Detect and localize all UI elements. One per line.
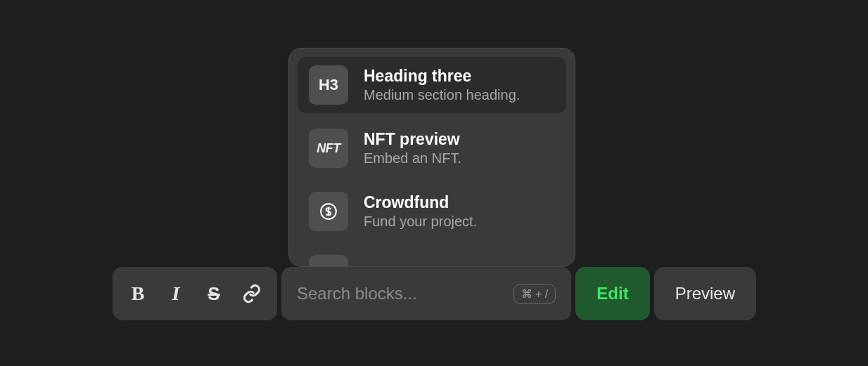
dollar-icon — [309, 192, 348, 231]
italic-button[interactable]: I — [163, 280, 189, 308]
block-item-image[interactable]: Image — [298, 247, 566, 267]
block-item-nft-preview[interactable]: NFT NFT preview Embed an NFT. — [298, 120, 566, 176]
block-item-desc: Embed an NFT. — [364, 150, 461, 166]
bold-button[interactable]: B — [125, 280, 151, 308]
block-item-desc: Fund your project. — [364, 214, 477, 230]
block-item-crowdfund[interactable]: Crowdfund Fund your project. — [298, 183, 566, 240]
keyboard-hint: ⌘ + / — [513, 284, 556, 304]
format-segment: B I S — [113, 267, 277, 320]
heading3-icon: H3 — [309, 65, 348, 105]
edit-label: Edit — [596, 284, 628, 303]
image-icon — [309, 255, 348, 267]
link-button[interactable] — [239, 280, 264, 308]
block-picker-popup: H3 Heading three Medium section heading.… — [288, 48, 575, 267]
block-item-title: Crowdfund — [364, 193, 477, 212]
nft-icon: NFT — [309, 129, 348, 168]
preview-tab[interactable]: Preview — [654, 267, 756, 320]
block-item-title: NFT preview — [364, 130, 461, 149]
block-item-desc: Medium section heading. — [364, 87, 520, 103]
preview-label: Preview — [675, 284, 735, 303]
block-item-title: Heading three — [364, 67, 520, 86]
search-segment: ⌘ + / — [281, 267, 571, 320]
strikethrough-button[interactable]: S — [201, 280, 226, 308]
block-search-input[interactable] — [297, 284, 513, 303]
edit-tab[interactable]: Edit — [575, 267, 649, 320]
editor-toolbar: B I S ⌘ + / Edit Preview — [113, 267, 756, 320]
block-item-heading-three[interactable]: H3 Heading three Medium section heading. — [298, 57, 566, 113]
